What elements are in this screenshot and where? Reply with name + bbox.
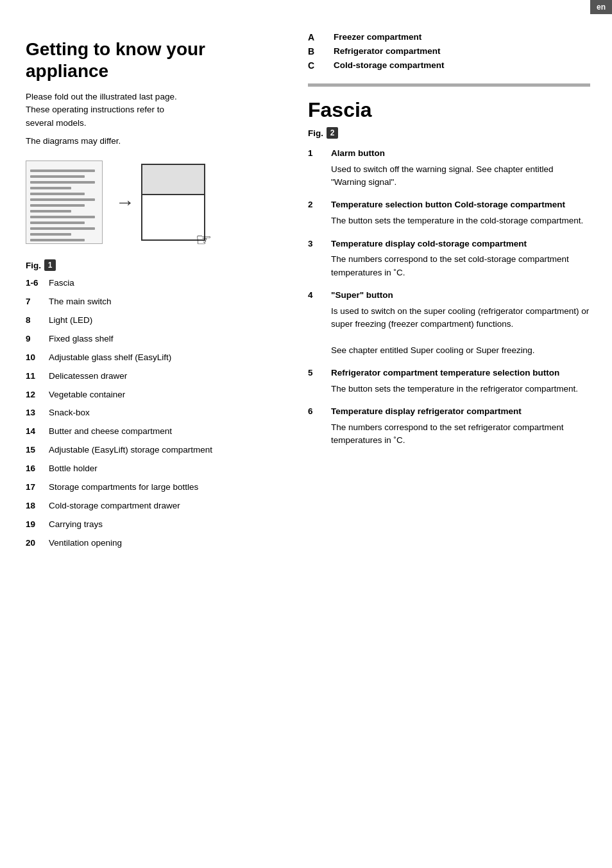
abc-label: Freezer compartment bbox=[334, 32, 421, 42]
item-number: 16 bbox=[26, 463, 49, 475]
diagram-left-page bbox=[26, 161, 103, 244]
item-list: 1-6Fascia7The main switch8Light (LED)9Fi… bbox=[26, 277, 276, 549]
diagram-line bbox=[30, 210, 71, 213]
intro-line-2: The diagrams may differ. bbox=[26, 135, 276, 148]
fascia-item-title: Temperature display refrigerator compart… bbox=[331, 406, 590, 418]
fascia-item-number: 1 bbox=[308, 148, 331, 158]
abc-label: Cold-storage compartment bbox=[334, 60, 445, 70]
fascia-item-number: 5 bbox=[308, 367, 331, 378]
lang-badge: en bbox=[590, 0, 612, 14]
abc-item: AFreezer compartment bbox=[308, 32, 590, 42]
abc-letter: B bbox=[308, 46, 334, 56]
fascia-item-number: 6 bbox=[308, 406, 331, 416]
fascia-item-title: Temperature display cold-storage compart… bbox=[331, 238, 590, 250]
abc-item: BRefrigerator compartment bbox=[308, 46, 590, 56]
diagram-line bbox=[30, 221, 85, 224]
fascia-item-desc: The button sets the temperature in the c… bbox=[331, 214, 590, 227]
fascia-item-desc: The numbers correspond to the set refrig… bbox=[331, 421, 590, 447]
fascia-item-desc: The numbers correspond to the set cold-s… bbox=[331, 253, 590, 279]
hand-icon: ☞ bbox=[196, 229, 212, 250]
fascia-item-header: 3Temperature display cold-storage compar… bbox=[308, 238, 590, 250]
item-number: 7 bbox=[26, 296, 49, 308]
fascia-item-desc: Used to switch off the warning signal. S… bbox=[331, 163, 590, 189]
diagram-line bbox=[30, 239, 85, 241]
diagram-line bbox=[30, 204, 85, 207]
item-label: The main switch bbox=[49, 296, 276, 308]
item-number: 15 bbox=[26, 444, 49, 456]
fig1-text: Fig. bbox=[26, 261, 41, 270]
fascia-item: 3Temperature display cold-storage compar… bbox=[308, 238, 590, 279]
fascia-item-desc: Is used to switch on the super cooling (… bbox=[331, 305, 590, 357]
fascia-item-title: Alarm button bbox=[331, 148, 590, 160]
diagram-panel-bottom bbox=[142, 195, 204, 240]
page: en Getting to know your appliance Please… bbox=[0, 0, 612, 868]
diagram-line bbox=[30, 198, 95, 201]
fascia-item-number: 3 bbox=[308, 238, 331, 248]
fascia-item: 5Refrigerator compartment temperature se… bbox=[308, 367, 590, 395]
item-number: 9 bbox=[26, 333, 49, 345]
item-label: Carrying trays bbox=[49, 519, 276, 531]
fascia-item: 6Temperature display refrigerator compar… bbox=[308, 406, 590, 447]
right-column: AFreezer compartmentBRefrigerator compar… bbox=[295, 32, 609, 556]
item-number: 11 bbox=[26, 370, 49, 383]
item-label: Ventilation opening bbox=[49, 537, 276, 550]
item-number: 17 bbox=[26, 482, 49, 494]
fascia-item-header: 6Temperature display refrigerator compar… bbox=[308, 406, 590, 418]
item-label: Storage compartments for large bottles bbox=[49, 482, 276, 494]
intro-text: Please fold out the illustrated last pag… bbox=[26, 91, 276, 148]
diagram-line bbox=[30, 181, 95, 184]
list-item: 13Snack-box bbox=[26, 407, 276, 419]
fig2-label: Fig. 2 bbox=[308, 127, 590, 139]
abc-list: AFreezer compartmentBRefrigerator compar… bbox=[308, 32, 590, 71]
list-item: 11Delicatessen drawer bbox=[26, 370, 276, 383]
fascia-item-number: 2 bbox=[308, 199, 331, 209]
fascia-item: 1Alarm buttonUsed to switch off the warn… bbox=[308, 148, 590, 189]
item-label: Bottle holder bbox=[49, 463, 276, 475]
item-number: 8 bbox=[26, 315, 49, 327]
item-number: 20 bbox=[26, 537, 49, 550]
list-item: 1-6Fascia bbox=[26, 277, 276, 290]
diagram-right-area: → ☞ bbox=[115, 164, 205, 241]
diagram-line bbox=[30, 175, 85, 178]
item-label: Fascia bbox=[49, 277, 276, 290]
item-number: 12 bbox=[26, 389, 49, 401]
item-label: Cold-storage compartment drawer bbox=[49, 500, 276, 512]
abc-letter: C bbox=[308, 60, 334, 71]
item-number: 19 bbox=[26, 519, 49, 531]
list-item: 10Adjustable glass shelf (EasyLift) bbox=[26, 352, 276, 364]
list-item: 16Bottle holder bbox=[26, 463, 276, 475]
left-column: Getting to know your appliance Please fo… bbox=[0, 32, 295, 556]
fascia-item-number: 4 bbox=[308, 290, 331, 300]
arrow-right-icon: → bbox=[115, 191, 135, 213]
item-label: Fixed glass shelf bbox=[49, 333, 276, 345]
diagram-line bbox=[30, 216, 95, 218]
item-label: Adjustable (EasyLift) storage compartmen… bbox=[49, 444, 276, 456]
fascia-item-header: 4"Super" button bbox=[308, 290, 590, 302]
fascia-item: 2Temperature selection button Cold-stora… bbox=[308, 199, 590, 227]
item-label: Light (LED) bbox=[49, 315, 276, 327]
item-label: Vegetable container bbox=[49, 389, 276, 401]
item-number: 10 bbox=[26, 352, 49, 364]
list-item: 19Carrying trays bbox=[26, 519, 276, 531]
diagram-line bbox=[30, 169, 95, 172]
list-item: 15Adjustable (EasyLift) storage compartm… bbox=[26, 444, 276, 456]
section-divider bbox=[308, 83, 590, 87]
item-label: Snack-box bbox=[49, 407, 276, 419]
diagram-line bbox=[30, 233, 71, 236]
fig2-text: Fig. bbox=[308, 128, 323, 138]
fascia-item-header: 2Temperature selection button Cold-stora… bbox=[308, 199, 590, 211]
diagram-area: → ☞ bbox=[26, 161, 276, 244]
abc-item: CCold-storage compartment bbox=[308, 60, 590, 71]
item-number: 14 bbox=[26, 426, 49, 438]
fascia-item-title: Refrigerator compartment temperature sel… bbox=[331, 367, 590, 379]
fascia-item: 4"Super" buttonIs used to switch on the … bbox=[308, 290, 590, 357]
fascia-item-title: "Super" button bbox=[331, 290, 590, 302]
diagram-line bbox=[30, 187, 71, 189]
item-label: Delicatessen drawer bbox=[49, 370, 276, 383]
fascia-item-header: 1Alarm button bbox=[308, 148, 590, 160]
list-item: 9Fixed glass shelf bbox=[26, 333, 276, 345]
abc-letter: A bbox=[308, 32, 334, 42]
fig1-num-box: 1 bbox=[44, 259, 56, 271]
diagram-panel-top bbox=[142, 165, 204, 195]
fascia-item-header: 5Refrigerator compartment temperature se… bbox=[308, 367, 590, 379]
